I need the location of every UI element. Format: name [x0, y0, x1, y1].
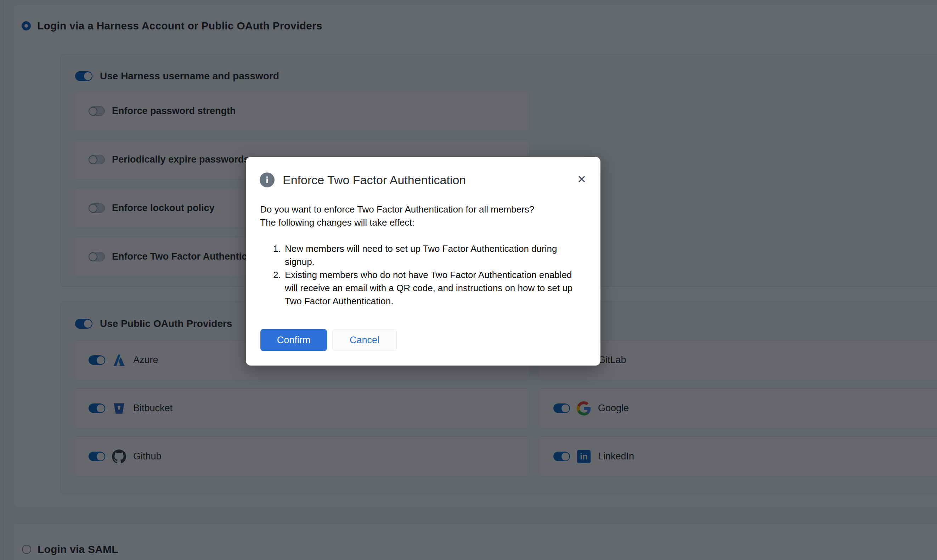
- close-icon[interactable]: ✕: [577, 174, 586, 185]
- info-icon: i: [260, 172, 275, 188]
- dialog-intro-line: The following changes will take effect:: [260, 216, 585, 229]
- dialog-change-list: New members will need to set up Two Fact…: [260, 242, 585, 308]
- list-item: New members will need to set up Two Fact…: [283, 242, 585, 268]
- dialog-header: i Enforce Two Factor Authentication: [246, 157, 600, 188]
- cancel-button[interactable]: Cancel: [332, 329, 397, 351]
- dialog-footer: Confirm Cancel: [260, 329, 397, 351]
- enforce-2fa-dialog: i Enforce Two Factor Authentication ✕ Do…: [246, 157, 600, 366]
- dialog-intro-line: Do you want to enforce Two Factor Authen…: [260, 203, 585, 216]
- confirm-button[interactable]: Confirm: [260, 329, 327, 351]
- dialog-body: Do you want to enforce Two Factor Authen…: [246, 203, 600, 308]
- list-item: Existing members who do not have Two Fac…: [283, 268, 585, 308]
- dialog-title: Enforce Two Factor Authentication: [283, 173, 466, 187]
